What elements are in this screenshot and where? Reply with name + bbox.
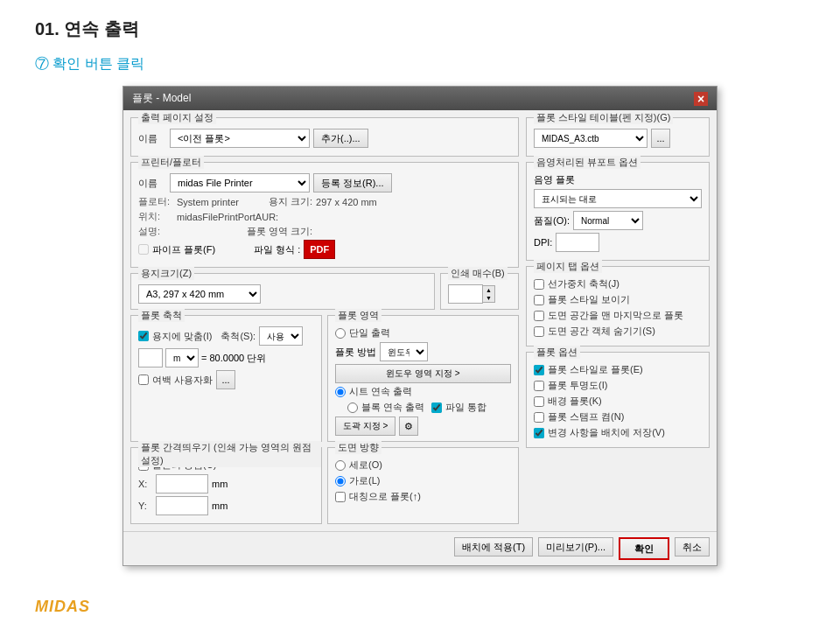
- y-label: Y:: [138, 500, 152, 511]
- output-page-select[interactable]: <이전 플롯>: [170, 129, 310, 148]
- location-label: 위치:: [138, 210, 173, 223]
- series-output-label: 시트 연속 출력: [349, 385, 412, 398]
- plot-opt1-label: 플롯 스타일로 플롯(E): [548, 363, 643, 376]
- portrait-radio[interactable]: [335, 460, 346, 471]
- scale-num-input[interactable]: 1: [138, 348, 163, 368]
- portrait-label: 세로(O): [349, 458, 382, 472]
- output-page-section-label: 출력 페이지 설정: [138, 111, 216, 124]
- plot-opt3-label: 배경 플롯(K): [548, 395, 602, 408]
- series-output-radio[interactable]: [335, 387, 346, 397]
- apply-button[interactable]: 배치에 적용(T): [454, 537, 533, 556]
- file-include-label: 파일 통합: [445, 401, 486, 414]
- pipe-label: 파이프 플롯(F): [152, 243, 215, 256]
- plot-dialog: 플롯 - Model × 출력 페이지 설정 이름 <이전 플롯> 추가(..)…: [122, 86, 718, 566]
- preview-button[interactable]: 미리보기(P)...: [538, 537, 613, 556]
- quality-select[interactable]: Normal: [573, 211, 643, 230]
- add-button[interactable]: 추가(..)...: [313, 129, 368, 148]
- area-set-btn[interactable]: 도곽 지정 >: [335, 416, 396, 436]
- ok-button[interactable]: 확인: [619, 537, 669, 560]
- gear-btn[interactable]: ⚙: [399, 416, 418, 436]
- dialog-footer: 배치에 적용(T) 미리보기(P)... 확인 취소: [123, 531, 717, 565]
- scale-select[interactable]: 사용자: [259, 326, 303, 346]
- page-tab-opt4-label: 도면 공간 객체 숨기기(S): [548, 325, 655, 338]
- landscape-label: 가로(L): [349, 474, 380, 487]
- plotter-value: System printer: [177, 197, 239, 207]
- drawing-dir-label: 도면 방향: [335, 441, 382, 454]
- plot-opt3[interactable]: [534, 396, 544, 407]
- shade-plot-label: 음영 플롯: [534, 173, 575, 186]
- plot-opt2-label: 플롯 투명도(I): [548, 379, 607, 392]
- page-tab-opt2[interactable]: [534, 295, 544, 305]
- plot-method-label: 플롯 방법: [335, 346, 376, 359]
- scale-unit-select[interactable]: mm: [165, 348, 199, 368]
- register-button[interactable]: 등록 정보(R)...: [313, 173, 392, 192]
- plot-method-select[interactable]: 윈도우: [380, 342, 428, 361]
- plot-area-label: 플롯 영역 크기:: [247, 225, 312, 238]
- x-input[interactable]: 0.0000: [156, 474, 208, 494]
- page-tab-opt3-label: 도면 공간을 맨 마지막으로 플롯: [548, 309, 683, 322]
- plot-scale-label: 플롯 축척: [138, 309, 185, 322]
- y-input[interactable]: 0.0000: [156, 496, 208, 515]
- style-table-label: 플롯 스타일 테이블(펜 지정)(G): [534, 111, 673, 124]
- margin-checkbox[interactable]: [138, 374, 149, 385]
- margin-btn[interactable]: ...: [216, 370, 235, 389]
- plot-opt4-label: 플롯 스탬프 켬(N): [548, 410, 624, 424]
- cancel-button[interactable]: 취소: [675, 537, 710, 556]
- spin-up[interactable]: ▲: [483, 286, 494, 294]
- fit-paper-label: 용지에 맞춤(I): [152, 330, 212, 343]
- page-tab-label: 페이지 탭 옵션: [534, 260, 602, 273]
- paper-size-label: 용지크기(Z): [138, 267, 194, 280]
- pdf-badge: PDF: [304, 240, 335, 259]
- quality-label: 품질(O):: [534, 214, 570, 228]
- page-tab-opt2-label: 플롯 스타일 보이기: [548, 293, 630, 306]
- dialog-titlebar: 플롯 - Model ×: [123, 87, 717, 110]
- step-title: ⑦ 확인 버튼 클릭: [35, 55, 805, 74]
- scale-unit2: 단위: [247, 352, 266, 365]
- series-plot-radio[interactable]: [347, 402, 358, 413]
- file-format-label: 파일 형식 :: [254, 243, 300, 256]
- y-unit: mm: [212, 500, 228, 511]
- reverse-checkbox[interactable]: [335, 492, 346, 502]
- reverse-label: 대칭으로 플롯(↑): [349, 490, 421, 503]
- plot-offset-label: 플롯 간격띄우기 (인쇄 가능 영역의 원점 설정): [138, 441, 321, 467]
- page-tab-opt1[interactable]: [534, 279, 544, 290]
- pipe-plot-checkbox[interactable]: [138, 244, 149, 255]
- style-table-edit-btn[interactable]: ...: [651, 129, 670, 148]
- dpi-input[interactable]: 0: [556, 233, 599, 252]
- style-table-select[interactable]: MIDAS_A3.ctb: [534, 129, 648, 148]
- shade-plot-select[interactable]: 표시되는 대로: [534, 189, 702, 208]
- window-setting-btn[interactable]: 윈도우 영역 지정 >: [335, 364, 511, 383]
- plot-opt1[interactable]: [534, 365, 544, 375]
- location-value: midasFilePrintPortAUR:: [177, 212, 278, 222]
- dpi-label: DPI:: [534, 237, 552, 248]
- scale-s-label: 축척(S):: [220, 330, 256, 343]
- close-button[interactable]: ×: [694, 92, 708, 106]
- paper-size-select[interactable]: A3, 297 x 420 mm: [138, 284, 261, 304]
- plot-opt5[interactable]: [534, 428, 544, 438]
- spin-down[interactable]: ▼: [483, 294, 494, 302]
- printer-select[interactable]: midas File Printer: [170, 173, 310, 192]
- printer-section-label: 프린터/플로터: [138, 156, 204, 169]
- plotter-label: 플로터:: [138, 195, 173, 208]
- single-output-radio[interactable]: [335, 328, 346, 339]
- plot-opt5-label: 변경 사항을 배치에 저장(V): [548, 426, 665, 439]
- fit-paper-checkbox[interactable]: [138, 331, 149, 341]
- media-value: 297 x 420 mm: [316, 197, 377, 207]
- print-count-input[interactable]: 1: [448, 284, 483, 304]
- series-plot-label: 블록 연속 출력: [361, 401, 424, 414]
- viewport-label: 음영처리된 뷰포트 옵션: [534, 156, 640, 169]
- description-label: 설명:: [138, 225, 173, 238]
- printer-name-label: 이름: [138, 177, 166, 190]
- x-unit: mm: [212, 479, 228, 489]
- page-title: 01. 연속 출력: [35, 18, 805, 41]
- landscape-radio[interactable]: [335, 476, 346, 486]
- plot-opt2[interactable]: [534, 381, 544, 391]
- name-label: 이름: [138, 132, 166, 145]
- file-include-checkbox[interactable]: [431, 402, 442, 413]
- page-tab-opt3[interactable]: [534, 311, 544, 321]
- plot-area-section-label: 플롯 영역: [335, 309, 382, 322]
- plot-opt4[interactable]: [534, 412, 544, 423]
- plot-options-label: 플롯 옵션: [534, 346, 580, 359]
- page-tab-opt4[interactable]: [534, 326, 544, 337]
- dialog-title: 플롯 - Model: [132, 91, 191, 106]
